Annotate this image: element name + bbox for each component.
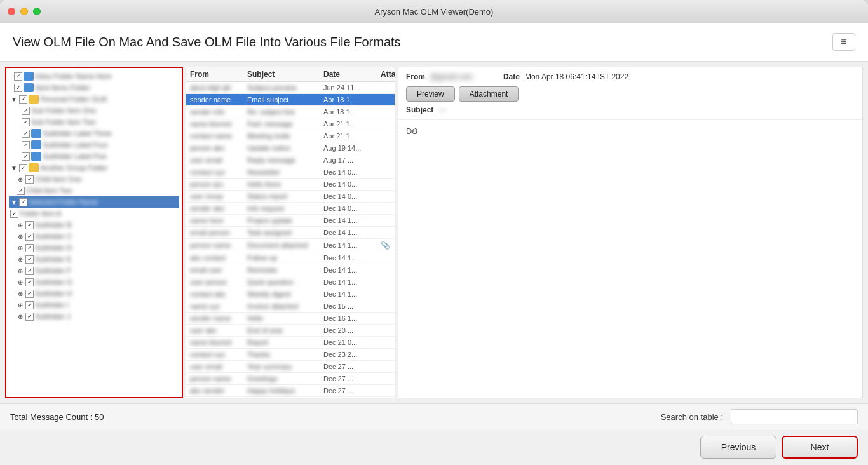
email-row[interactable]: user email Reply message Aug 17 ... xyxy=(186,154,395,166)
email-list-body[interactable]: abcd efgh ijkl Subject preview Jun 24 11… xyxy=(186,82,395,398)
tree-label: Subfolder G xyxy=(35,278,178,286)
tree-checkbox[interactable] xyxy=(22,152,30,161)
tree-label: Sub Folder Item Two xyxy=(31,118,178,126)
email-row[interactable]: sender info Re: subject line Apr 18 1... xyxy=(186,106,395,118)
close-button[interactable] xyxy=(8,8,15,15)
email-row[interactable]: user mnop Status report Dec 14 0... xyxy=(186,191,395,203)
tree-checkbox[interactable] xyxy=(10,210,18,218)
email-subject: Greetings xyxy=(247,375,323,382)
tree-checkbox[interactable] xyxy=(25,232,34,241)
email-row[interactable]: email user Reminder Dec 14 1... xyxy=(186,264,395,276)
email-row[interactable]: contact xyz Newsletter Dec 14 0... xyxy=(186,166,395,179)
preview-button[interactable]: Preview xyxy=(406,86,455,102)
email-row[interactable]: name blurred Fwd: message Apr 21 1... xyxy=(186,118,395,130)
tree-expander[interactable]: ⊕ xyxy=(17,221,24,229)
email-row[interactable]: email person Task assigned Dec 14 1... xyxy=(186,227,395,239)
tree-expander[interactable]: ⊕ xyxy=(17,175,24,183)
previous-button[interactable]: Previous xyxy=(700,436,776,459)
next-button[interactable]: Next xyxy=(782,436,858,459)
tree-checkbox[interactable] xyxy=(25,301,34,309)
tree-expander[interactable]: ▼ xyxy=(10,164,18,172)
email-subject: Hello there xyxy=(247,180,323,188)
header-bar: View OLM File On Mac And Save OLM File I… xyxy=(0,23,868,62)
email-from: sender name xyxy=(190,96,247,104)
email-row[interactable]: name xyz Invoice attached Dec 15 ... xyxy=(186,300,395,313)
email-row[interactable]: contact xyz Thanks Dec 23 2... xyxy=(186,349,395,361)
email-row[interactable]: abc contact Follow up Dec 14 1... xyxy=(186,252,395,264)
email-from: contact abc xyxy=(190,290,247,298)
col-from: From xyxy=(190,70,247,79)
tree-expander[interactable]: ⊕ xyxy=(17,267,24,274)
tree-checkbox[interactable] xyxy=(19,95,27,104)
email-row[interactable]: sender abc Info request Dec 14 0... xyxy=(186,203,395,215)
tree-checkbox[interactable] xyxy=(22,141,30,149)
email-date: Jun 24 11... xyxy=(323,84,381,91)
email-date: Dec 27 ... xyxy=(323,363,381,370)
tree-item: Subfolder Label Three xyxy=(9,128,179,139)
minimize-button[interactable] xyxy=(20,8,28,15)
tree-item-selected: ▼ Selected Folder Name xyxy=(9,196,179,208)
email-row[interactable]: user person Quick question Dec 14 1... xyxy=(186,276,395,288)
email-row[interactable]: name blurred Report Dec 21 0... xyxy=(186,337,395,349)
tree-scroll[interactable]: Inbox Folder Name Here Sent Items Folder… xyxy=(6,68,182,397)
email-subject: Report xyxy=(247,339,323,346)
tree-checkbox[interactable] xyxy=(25,290,34,298)
tree-expander[interactable]: ⊕ xyxy=(17,244,24,252)
email-from: contact xyz xyxy=(190,351,247,358)
body-content: ĐȢ xyxy=(406,126,417,136)
tree-checkbox[interactable] xyxy=(25,221,34,229)
email-row[interactable]: person name Document attached Dec 14 1..… xyxy=(186,239,395,252)
email-subject: Email subject xyxy=(247,96,323,104)
email-row[interactable]: abc sender Happy holidays Dec 27 ... xyxy=(186,385,395,397)
tree-expander[interactable]: ⊕ xyxy=(17,255,24,263)
email-from: user person xyxy=(190,278,247,286)
tree-checkbox[interactable] xyxy=(22,107,30,115)
email-row[interactable]: person name Greetings Dec 27 ... xyxy=(186,373,395,385)
email-row[interactable]: contact name Meeting invite Apr 21 1... xyxy=(186,130,395,142)
tree-expander[interactable]: ⊕ xyxy=(17,232,24,240)
tree-label: Subfolder F xyxy=(35,267,178,274)
tree-expander[interactable]: ⊕ xyxy=(17,301,24,309)
email-row[interactable]: sender name Hello Dec 16 1... xyxy=(186,313,395,325)
date-label: Date xyxy=(503,72,520,81)
tree-expander[interactable]: ▼ xyxy=(10,198,18,206)
email-row[interactable]: person qrs Hello there Dec 14 0... xyxy=(186,179,395,191)
email-row[interactable]: user abc End of year Dec 20 ... xyxy=(186,325,395,337)
folder-icon-blue xyxy=(24,83,34,92)
tree-expander[interactable]: ▼ xyxy=(10,95,18,103)
tree-checkbox[interactable] xyxy=(25,278,34,286)
attachment-button[interactable]: Attachment xyxy=(459,86,519,102)
menu-button[interactable]: ≡ xyxy=(832,33,855,51)
tree-checkbox[interactable] xyxy=(19,198,27,206)
tree-expander[interactable]: ⊕ xyxy=(17,313,24,320)
email-row[interactable]: name here Project update Dec 14 1... xyxy=(186,215,395,227)
tree-checkbox[interactable] xyxy=(14,84,22,92)
email-row[interactable]: person abc Update notice Aug 19 14... xyxy=(186,142,395,154)
tree-label: Sub Folder Item One xyxy=(31,107,178,114)
tree-expander[interactable]: ⊕ xyxy=(17,278,24,286)
email-row[interactable]: contact abc Weekly digest Dec 14 1... xyxy=(186,288,395,300)
email-row[interactable]: abcd efgh ijkl Subject preview Jun 24 11… xyxy=(186,82,395,94)
tree-checkbox[interactable] xyxy=(17,187,25,195)
email-from: person abc xyxy=(190,144,247,152)
tree-label: Subfolder J xyxy=(35,313,178,320)
search-label: Search on table : xyxy=(661,412,723,422)
tree-expander[interactable]: ⊕ xyxy=(17,290,24,297)
tree-checkbox[interactable] xyxy=(22,118,30,126)
tree-checkbox[interactable] xyxy=(19,164,27,172)
tree-checkbox[interactable] xyxy=(25,267,34,275)
email-subject: Document attached xyxy=(247,241,323,249)
maximize-button[interactable] xyxy=(33,8,41,15)
tree-checkbox[interactable] xyxy=(25,175,34,184)
email-row-selected[interactable]: sender name Email subject Apr 18 1... xyxy=(186,94,395,106)
email-row[interactable]: user email Year summary Dec 27 ... xyxy=(186,361,395,373)
search-input[interactable] xyxy=(731,409,858,424)
from-label: From xyxy=(406,72,425,81)
tree-checkbox[interactable] xyxy=(14,72,22,81)
tree-checkbox[interactable] xyxy=(25,244,34,252)
email-from: abc sender xyxy=(190,387,247,394)
tree-checkbox[interactable] xyxy=(22,130,30,138)
tree-checkbox[interactable] xyxy=(25,313,34,321)
email-row[interactable]: user xyz New year Dec 30 1... xyxy=(186,397,395,398)
tree-checkbox[interactable] xyxy=(25,255,34,264)
